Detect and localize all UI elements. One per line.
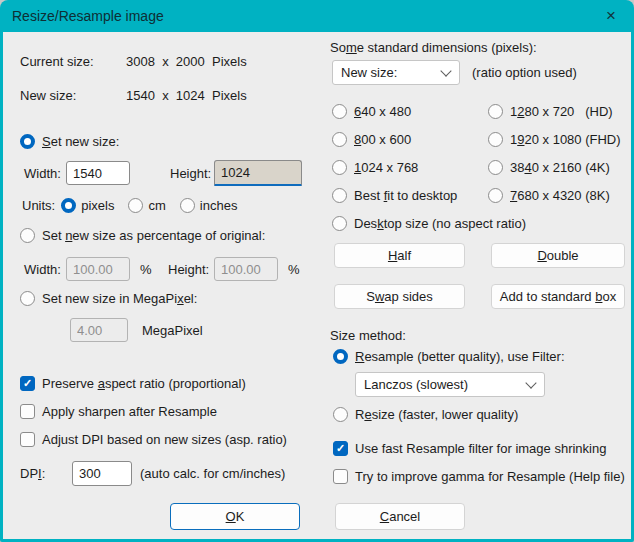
radio-units-cm[interactable]: cm: [128, 198, 165, 213]
cancel-button-label: Cancel: [380, 509, 420, 524]
radio-units-pixels[interactable]: pixels: [61, 198, 114, 213]
current-size-row: Current size: 3008 x 2000 Pixels: [20, 54, 247, 69]
width-input[interactable]: [66, 161, 130, 185]
checkbox-apply-sharpen[interactable]: ✓ Apply sharpen after Resample: [20, 404, 217, 419]
checkbox-fast-resample[interactable]: ✓ Use fast Resample filter for image shr…: [333, 441, 606, 456]
radio-best-fit-desktop[interactable]: Best fit to desktop: [332, 188, 457, 203]
percent-sign: %: [140, 262, 152, 277]
radio-selected-icon: [333, 349, 348, 364]
radio-desktop-size[interactable]: Desktop size (no aspect ratio): [332, 216, 526, 231]
new-size-value: 1540 x 1024 Pixels: [126, 88, 247, 103]
dim-label: 1280 x 720 (HD): [510, 104, 613, 119]
checkbox-unchecked-icon: ✓: [333, 469, 348, 484]
radio-dim-7680x4320[interactable]: 7680 x 4320 (8K): [488, 188, 610, 203]
double-button-label: Double: [537, 248, 578, 263]
radio-unselected-icon: [332, 104, 347, 119]
dim-label: 640 x 480: [354, 104, 411, 119]
close-icon: ×: [606, 6, 616, 26]
radio-dim-1024x768[interactable]: 1024 x 768: [332, 160, 418, 175]
checkbox-checked-icon: ✓: [20, 376, 35, 391]
standard-size-combobox[interactable]: New size:: [332, 60, 460, 85]
radio-resize[interactable]: Resize (faster, lower quality): [333, 407, 518, 422]
percent-width-input[interactable]: [66, 257, 130, 281]
radio-dim-3840x2160[interactable]: 3840 x 2160 (4K): [488, 160, 610, 175]
check-icon: ✓: [23, 405, 32, 418]
units-label: Units:: [22, 198, 55, 213]
dim-label: Desktop size (no aspect ratio): [354, 216, 526, 231]
preserve-aspect-label: Preserve aspect ratio (proportional): [42, 376, 246, 391]
checkbox-unchecked-icon: ✓: [20, 404, 35, 419]
apply-sharpen-label: Apply sharpen after Resample: [42, 404, 217, 419]
close-button[interactable]: ×: [594, 2, 628, 30]
radio-selected-icon: [20, 134, 35, 149]
radio-unselected-icon: [332, 216, 347, 231]
dpi-hint: (auto calc. for cm/inches): [140, 466, 285, 481]
radio-set-new-size[interactable]: Set new size:: [20, 134, 119, 149]
radio-unselected-icon: [128, 198, 143, 213]
radio-dim-800x600[interactable]: 800 x 600: [332, 132, 411, 147]
half-button[interactable]: Half: [334, 243, 465, 268]
units-cm-label: cm: [148, 198, 165, 213]
dim-label: Best fit to desktop: [354, 188, 457, 203]
radio-unselected-icon: [488, 160, 503, 175]
chevron-down-icon: [525, 377, 536, 388]
check-icon: ✓: [336, 442, 345, 455]
radio-unselected-icon: [20, 291, 35, 306]
megapixel-unit-label: MegaPixel: [142, 323, 203, 338]
current-size-label: Current size:: [20, 54, 126, 69]
megapixel-input[interactable]: [70, 318, 128, 342]
new-size-label: New size:: [20, 88, 126, 103]
checkbox-unchecked-icon: ✓: [20, 432, 35, 447]
add-to-standard-box-button[interactable]: Add to standard box: [491, 284, 625, 309]
ok-button[interactable]: OK: [170, 503, 300, 530]
resize-resample-dialog: Resize/Resample image × Current size: 30…: [0, 0, 634, 542]
double-button[interactable]: Double: [491, 243, 625, 268]
radio-unselected-icon: [488, 132, 503, 147]
radio-unselected-icon: [332, 160, 347, 175]
half-button-label: Half: [388, 248, 411, 263]
radio-resample[interactable]: Resample (better quality), use Filter:: [333, 349, 565, 364]
chevron-down-icon: [440, 65, 451, 76]
dpi-input[interactable]: [72, 461, 132, 486]
radio-unselected-icon: [488, 104, 503, 119]
add-to-standard-box-label: Add to standard box: [500, 289, 616, 304]
checkbox-improve-gamma[interactable]: ✓ Try to improve gamma for Resample (Hel…: [333, 469, 625, 484]
current-size-value: 3008 x 2000 Pixels: [126, 54, 247, 69]
dim-label: 800 x 600: [354, 132, 411, 147]
width-label: Width:: [24, 166, 61, 181]
ok-button-label: OK: [226, 509, 245, 524]
resize-label: Resize (faster, lower quality): [355, 407, 518, 422]
fast-resample-label: Use fast Resample filter for image shrin…: [355, 441, 606, 456]
radio-units-inches[interactable]: inches: [180, 198, 238, 213]
new-size-row: New size: 1540 x 1024 Pixels: [20, 88, 247, 103]
radio-unselected-icon: [333, 407, 348, 422]
radio-dim-1280x720[interactable]: 1280 x 720 (HD): [488, 104, 613, 119]
radio-megapixel[interactable]: Set new size in MegaPixel:: [20, 291, 197, 306]
checkbox-adjust-dpi[interactable]: ✓ Adjust DPI based on new sizes (asp. ra…: [20, 432, 287, 447]
radio-percentage[interactable]: Set new size as percentage of original:: [20, 228, 265, 243]
radio-unselected-icon: [20, 228, 35, 243]
percent-width-label: Width:: [24, 262, 61, 277]
cancel-button[interactable]: Cancel: [335, 503, 465, 530]
standard-size-combobox-value: New size:: [341, 65, 397, 80]
improve-gamma-label: Try to improve gamma for Resample (Help …: [355, 469, 625, 484]
units-pixels-label: pixels: [81, 198, 114, 213]
dim-label: 7680 x 4320 (8K): [510, 188, 610, 203]
check-icon: ✓: [23, 433, 32, 446]
checkbox-checked-icon: ✓: [333, 441, 348, 456]
checkbox-preserve-aspect[interactable]: ✓ Preserve aspect ratio (proportional): [20, 376, 246, 391]
radio-dim-640x480[interactable]: 640 x 480: [332, 104, 411, 119]
height-input[interactable]: [214, 160, 302, 186]
dim-label: 1920 x 1080 (FHD): [510, 132, 621, 147]
percent-sign: %: [288, 262, 300, 277]
filter-combobox[interactable]: Lanczos (slowest): [355, 372, 545, 397]
radio-unselected-icon: [180, 198, 195, 213]
resample-label: Resample (better quality), use Filter:: [355, 349, 565, 364]
window-title: Resize/Resample image: [12, 8, 164, 24]
check-icon: ✓: [23, 377, 32, 390]
height-label: Height:: [170, 166, 211, 181]
radio-dim-1920x1080[interactable]: 1920 x 1080 (FHD): [488, 132, 621, 147]
swap-sides-button[interactable]: Swap sides: [334, 284, 465, 309]
size-method-heading: Size method:: [330, 328, 406, 343]
percent-height-input[interactable]: [214, 257, 278, 281]
